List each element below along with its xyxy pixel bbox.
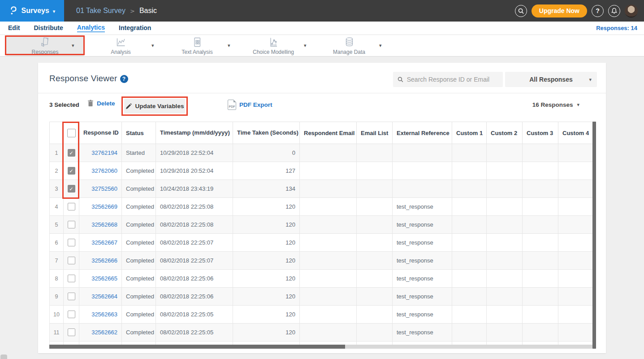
pdf-icon: PDF [228, 100, 236, 110]
text-analysis-dropdown-caret-icon[interactable]: ▾ [228, 35, 230, 56]
response-id-link[interactable]: 32562666 [79, 252, 122, 270]
responses-count-dropdown[interactable]: 16 Responses ▾ [532, 101, 579, 108]
toolbar-item-label: Manage Data [333, 49, 365, 55]
row-checkbox[interactable]: ✓ [68, 311, 75, 318]
manage-data-icon [343, 36, 355, 48]
timestamp-cell: 08/02/2018 22:25:06 [156, 270, 233, 288]
time-taken-cell: 120 [233, 288, 300, 306]
respondent-email-cell [300, 234, 357, 252]
external-reference-cell: test_response [393, 234, 452, 252]
horizontal-scrollbar-track[interactable] [49, 345, 592, 349]
response-id-link[interactable]: 32562668 [79, 216, 122, 234]
app-switcher[interactable]: Surveys ▾ [0, 0, 64, 22]
product-name: Surveys [22, 7, 49, 15]
choice-modelling-dropdown-caret-icon[interactable]: ▾ [304, 35, 307, 56]
time-taken-cell: 127 [233, 162, 300, 180]
response-id-link[interactable]: 32562669 [79, 198, 122, 216]
response-id-link[interactable]: 32562662 [79, 324, 122, 341]
toolbar-item-text-analysis[interactable]: Text Analysis [171, 35, 223, 56]
respondent-email-cell [300, 216, 357, 234]
column-header-time-taken-seconds-[interactable]: Time Taken (Seconds) [233, 122, 300, 144]
email-list-cell [357, 306, 393, 324]
select-all-checkbox[interactable]: ✓ [67, 129, 76, 137]
response-id-link[interactable]: 32752560 [79, 180, 122, 198]
table-row: 5✓32562668Completed08/02/2018 22:25:0812… [50, 216, 593, 234]
toolbar-item-manage-data[interactable]: Manage Data [320, 35, 378, 56]
row-checkbox[interactable]: ✓ [68, 149, 75, 157]
row-checkbox-cell: ✓ [64, 288, 79, 306]
user-avatar[interactable] [625, 4, 638, 18]
response-id-link[interactable]: 32562667 [79, 234, 122, 252]
row-checkbox[interactable]: ✓ [68, 328, 75, 336]
column-header-custom-3: Custom 3 [523, 122, 558, 144]
row-number: 11 [50, 324, 64, 341]
row-checkbox[interactable]: ✓ [68, 185, 75, 193]
analysis-dropdown-caret-icon[interactable]: ▾ [151, 35, 154, 56]
pdf-export-button[interactable]: PDF PDF Export [228, 100, 272, 110]
external-reference-cell [393, 162, 452, 180]
help-icon[interactable]: ? [592, 5, 604, 17]
breadcrumb: 01 Take Survey > Basic [76, 7, 157, 15]
breadcrumb-survey-link[interactable]: 01 Take Survey [76, 7, 125, 15]
custom3-cell [523, 198, 558, 216]
analytics-toolbar: Responses ▾ Analysis ▾ Text Analysis ▾ C… [0, 35, 644, 57]
respondent-email-cell [300, 162, 357, 180]
chevron-down-icon: ▾ [577, 102, 579, 108]
responses-dropdown-caret-icon[interactable]: ▾ [72, 35, 74, 56]
upgrade-now-button[interactable]: Upgrade Now [532, 4, 587, 18]
toolbar-item-choice-modelling[interactable]: Choice Modelling [244, 35, 303, 56]
status-cell: Completed [122, 162, 156, 180]
time-taken-cell: 120 [233, 270, 300, 288]
update-variables-button[interactable]: Update Variables [124, 99, 185, 114]
row-number: 10 [50, 306, 64, 324]
vertical-scrollbar[interactable] [592, 122, 596, 349]
delete-button[interactable]: Delete [87, 100, 115, 107]
time-taken-cell: 120 [233, 324, 300, 341]
timestamp-cell: 08/02/2018 22:25:08 [156, 216, 233, 234]
search-icon[interactable] [515, 5, 527, 17]
row-checkbox[interactable]: ✓ [68, 293, 75, 300]
nav-tab-integration[interactable]: Integration [119, 24, 151, 32]
custom4-cell [558, 234, 593, 252]
row-checkbox-cell: ✓ [64, 198, 79, 216]
search-input[interactable] [407, 76, 498, 83]
nav-tab-analytics[interactable]: Analytics [77, 24, 105, 32]
horizontal-scrollbar-thumb[interactable] [49, 345, 345, 349]
time-taken-cell: 120 [233, 216, 300, 234]
nav-tab-edit[interactable]: Edit [8, 24, 20, 32]
row-checkbox[interactable]: ✓ [68, 275, 75, 282]
row-checkbox-cell: ✓ [64, 234, 79, 252]
timestamp-cell: 08/02/2018 22:25:06 [156, 288, 233, 306]
bell-icon[interactable] [608, 5, 620, 17]
row-checkbox-cell: ✓ [64, 324, 79, 341]
row-checkbox[interactable]: ✓ [68, 203, 75, 210]
row-checkbox[interactable]: ✓ [68, 167, 75, 175]
table-row: 2✓32762060Completed10/29/2018 20:52:0412… [50, 162, 593, 180]
respondent-email-cell [300, 144, 357, 162]
manage-data-dropdown-caret-icon[interactable]: ▾ [379, 35, 382, 56]
response-id-link[interactable]: 32562665 [79, 270, 122, 288]
custom1-cell [452, 180, 487, 198]
column-header-response-id[interactable]: Response ID [79, 122, 122, 144]
chat-launcher[interactable] [0, 355, 7, 359]
timestamp-cell: 08/02/2018 22:25:08 [156, 198, 233, 216]
status-cell: Completed [122, 306, 156, 324]
response-id-link[interactable]: 32562664 [79, 288, 122, 306]
row-checkbox[interactable]: ✓ [68, 221, 75, 228]
title-help-icon[interactable]: ? [120, 75, 128, 83]
response-id-link[interactable]: 32562663 [79, 306, 122, 324]
row-checkbox[interactable]: ✓ [68, 257, 75, 264]
status-cell: Completed [122, 180, 156, 198]
custom2-cell [487, 144, 523, 162]
custom2-cell [487, 324, 523, 341]
response-id-link[interactable]: 32762194 [79, 144, 122, 162]
toolbar-item-analysis[interactable]: Analysis [95, 35, 147, 56]
email-list-cell [357, 234, 393, 252]
response-id-link[interactable]: 32762060 [79, 162, 122, 180]
response-filter-dropdown[interactable]: All Responses ▾ [505, 72, 597, 87]
email-list-cell [357, 180, 393, 198]
nav-tab-distribute[interactable]: Distribute [34, 24, 63, 32]
column-header-timestamp-mm-dd-yyyy-[interactable]: Timestamp (mm/dd/yyyy) [156, 122, 233, 144]
row-checkbox[interactable]: ✓ [68, 239, 75, 246]
email-list-cell [357, 288, 393, 306]
